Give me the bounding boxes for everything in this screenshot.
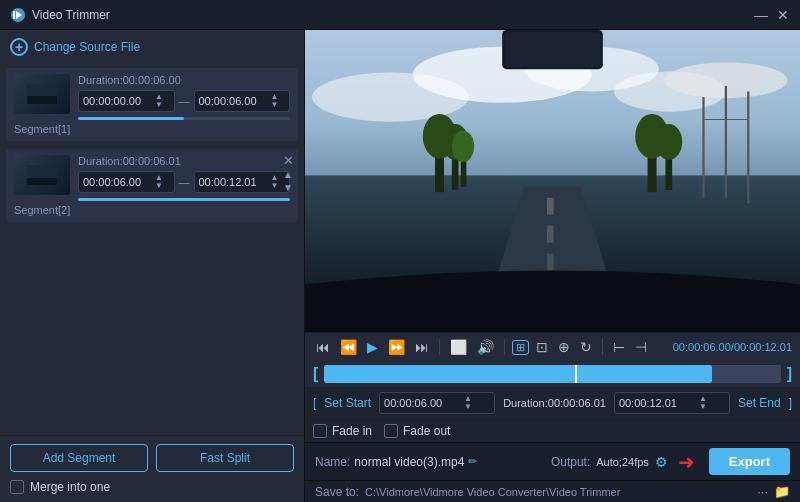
merge-label: Merge into one [30,480,110,494]
segment-1-label: Segment[1] [14,123,290,135]
end-time-down[interactable]: ▼ [699,403,707,411]
fade-out-label: Fade out [403,424,450,438]
fade-row: Fade in Fade out [305,419,800,442]
end-time-spinner: ▲ ▼ [699,395,707,411]
segment-2-time-inputs: ▲ ▼ — ▲ ▼ [78,171,290,193]
file-name-section: Name: normal video(3).mp4 ✏ [315,455,541,469]
fade-out-checkbox[interactable] [384,424,398,438]
time-display: 00:00:06.00/00:00:12.01 [673,341,792,353]
output-label: Output: [551,455,590,469]
change-source-label: Change Source File [34,40,140,54]
title-bar-left: Video Trimmer [10,7,110,23]
fade-out-wrap: Fade out [384,424,450,438]
segment-2-end-spinner: ▲ ▼ [271,174,279,190]
segment-2-start-down[interactable]: ▼ [155,182,163,190]
segment-2-start-wrap: ▲ ▼ [78,171,175,193]
close-button[interactable]: ✕ [776,8,790,22]
export-button[interactable]: Export [709,448,790,475]
save-bar: Save to: C:\Vidmore\Vidmore Video Conver… [305,480,800,502]
start-time-down[interactable]: ▼ [464,403,472,411]
start-time-spinner: ▲ ▼ [464,395,472,411]
svg-rect-2 [13,11,15,19]
segment-2-up-button[interactable]: ▲ [282,169,294,181]
bottom-bar: Name: normal video(3).mp4 ✏ Output: Auto… [305,442,800,480]
trim-button[interactable]: ⊞ [512,340,529,355]
app-icon [10,7,26,23]
segment-2-duration: Duration:00:00:06.01 [78,155,290,167]
set-bar: [ Set Start ▲ ▼ Duration:00:00:06.01 ▲ ▼… [305,387,800,419]
volume-button[interactable]: 🔊 [474,338,497,356]
end-time-wrap: ▲ ▼ [614,392,730,414]
timeline-bracket-right: ] [787,365,792,383]
set-end-button[interactable]: Set End [738,396,781,410]
change-source-button[interactable]: + Change Source File [0,30,304,64]
controls-divider-3 [602,339,603,355]
fast-split-button[interactable]: Fast Split [156,444,294,472]
segment-1-duration: Duration:00:00:06.00 [78,74,290,86]
timeline-fill [324,365,712,383]
svg-point-27 [655,124,682,160]
controls-divider-1 [439,339,440,355]
set-start-button[interactable]: Set Start [324,396,371,410]
end-time-input[interactable] [619,397,699,409]
segment-2-dash: — [179,176,190,188]
right-panel: ⏮ ⏪ ▶ ⏩ ⏭ ⬜ 🔊 ⊞ ⊡ ⊕ ↻ ⊢ ⊣ 00:00:06.00/00… [305,30,800,502]
output-settings-button[interactable]: ⚙ [655,454,668,470]
fade-in-wrap: Fade in [313,424,372,438]
thumb-scene-icon-2 [27,165,57,185]
forward-button[interactable]: ⏩ [385,338,408,356]
rotate-button[interactable]: ↻ [577,338,595,356]
duration-display: Duration:00:00:06.01 [503,397,606,409]
fade-in-checkbox[interactable] [313,424,327,438]
segment-2-down-button[interactable]: ▼ [282,182,294,194]
main-layout: + Change Source File [0,30,800,502]
segment-1-end-wrap: ▲ ▼ [194,90,291,112]
segment-1-start-down[interactable]: ▼ [155,101,163,109]
set-bar-bracket-start: [ [313,396,316,410]
merge-checkbox[interactable] [10,480,24,494]
segment-2-end-wrap: ▲ ▼ [194,171,291,193]
segment-2-end-input[interactable] [199,176,269,188]
segment-1-start-input[interactable] [83,95,153,107]
segment-2-start-input[interactable] [83,176,153,188]
name-label: Name: [315,455,350,469]
segment-1-end-spinner: ▲ ▼ [271,93,279,109]
timeline-area: [ ] [305,361,800,387]
minimize-button[interactable]: — [754,8,768,22]
segment-2-progress-bar [78,198,290,201]
segment-block-2: ✕ ▲ ▼ [6,149,298,222]
add-clip-button[interactable]: ⊕ [555,338,573,356]
left-bottom: Add Segment Fast Split Merge into one [0,435,304,502]
timeline-track[interactable] [324,365,780,383]
segment-1-end-down[interactable]: ▼ [271,101,279,109]
crop-button[interactable]: ⬜ [447,338,470,356]
segment-2-close-button[interactable]: ✕ [283,153,294,168]
save-dots-button[interactable]: ··· [757,484,768,499]
snapshot-button[interactable]: ⊡ [533,338,551,356]
segment-1-end-input[interactable] [199,95,269,107]
start-time-input[interactable] [384,397,464,409]
svg-point-11 [312,73,469,122]
save-path-text: C:\Vidmore\Vidmore Video Converter\Video… [365,486,751,498]
edit-filename-icon[interactable]: ✏ [468,455,477,468]
segment-2-end-down[interactable]: ▼ [271,182,279,190]
segment-block-1: Duration:00:00:06.00 ▲ ▼ — [6,68,298,141]
save-folder-button[interactable]: 📁 [774,484,790,499]
compare-button[interactable]: ⊢ [610,338,628,356]
play-button[interactable]: ▶ [364,338,381,356]
thumb-scene-icon [27,84,57,104]
segment-1-time-inputs: ▲ ▼ — ▲ ▼ [78,90,290,112]
save-to-label: Save to: [315,485,359,499]
segment-2-controls: Duration:00:00:06.01 ▲ ▼ — [78,155,290,201]
skip-end-button[interactable]: ⏭ [412,338,432,356]
split-button[interactable]: ⊣ [632,338,650,356]
svg-rect-16 [547,226,554,243]
skip-start-button[interactable]: ⏮ [313,338,333,356]
timeline-handle[interactable] [575,365,577,383]
video-content-svg [305,30,800,332]
title-text: Video Trimmer [32,8,110,22]
segment-2-progress-fill [78,198,290,201]
segment-1-start-spinner: ▲ ▼ [155,93,163,109]
rewind-button[interactable]: ⏪ [337,338,360,356]
add-segment-button[interactable]: Add Segment [10,444,148,472]
